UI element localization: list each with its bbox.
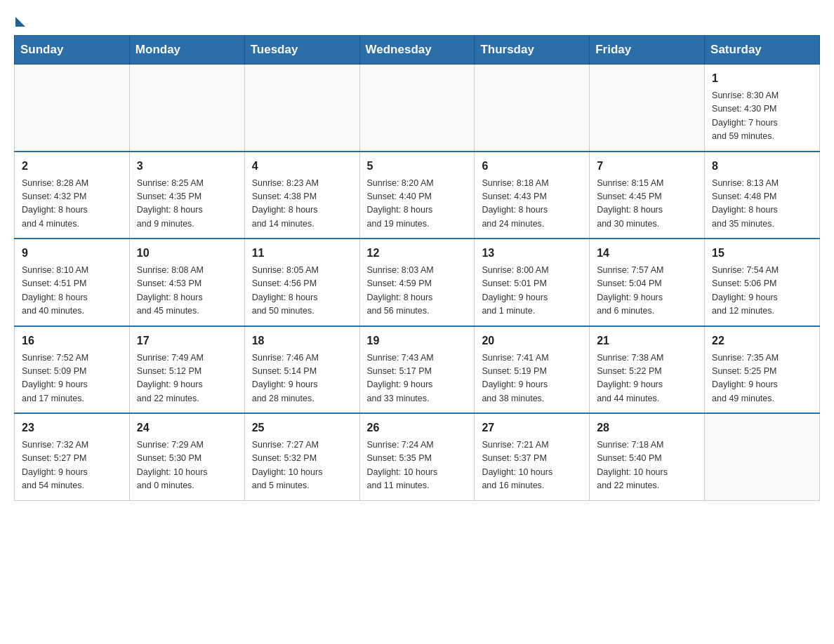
calendar-day-header: Saturday (705, 36, 820, 65)
calendar-cell: 13Sunrise: 8:00 AMSunset: 5:01 PMDayligh… (475, 239, 590, 326)
calendar-cell (590, 65, 705, 152)
day-number: 7 (597, 158, 697, 175)
calendar-cell (359, 65, 475, 152)
calendar-cell: 1Sunrise: 8:30 AMSunset: 4:30 PMDaylight… (705, 65, 820, 152)
calendar-cell (244, 65, 359, 152)
day-info: Sunrise: 8:03 AMSunset: 4:59 PMDaylight:… (367, 264, 468, 318)
day-info: Sunrise: 8:05 AMSunset: 4:56 PMDaylight:… (252, 264, 352, 318)
calendar-cell (129, 65, 244, 152)
day-number: 5 (367, 158, 468, 175)
calendar-cell: 9Sunrise: 8:10 AMSunset: 4:51 PMDaylight… (15, 239, 130, 326)
day-info: Sunrise: 7:29 AMSunset: 5:30 PMDaylight:… (137, 438, 237, 493)
calendar-cell: 12Sunrise: 8:03 AMSunset: 4:59 PMDayligh… (359, 239, 475, 326)
calendar-cell: 16Sunrise: 7:52 AMSunset: 5:09 PMDayligh… (15, 326, 130, 414)
calendar-cell: 8Sunrise: 8:13 AMSunset: 4:48 PMDaylight… (705, 152, 820, 239)
day-info: Sunrise: 8:20 AMSunset: 4:40 PMDaylight:… (367, 177, 468, 232)
day-info: Sunrise: 7:41 AMSunset: 5:19 PMDaylight:… (482, 351, 582, 406)
day-number: 17 (137, 333, 237, 349)
calendar-day-header: Sunday (15, 36, 130, 65)
day-number: 25 (252, 420, 352, 436)
calendar-cell: 28Sunrise: 7:18 AMSunset: 5:40 PMDayligh… (590, 413, 705, 500)
calendar-header-row: SundayMondayTuesdayWednesdayThursdayFrid… (15, 36, 820, 65)
day-number: 12 (367, 245, 468, 262)
calendar-cell: 27Sunrise: 7:21 AMSunset: 5:37 PMDayligh… (475, 413, 590, 500)
calendar-cell: 21Sunrise: 7:38 AMSunset: 5:22 PMDayligh… (590, 326, 705, 414)
day-info: Sunrise: 8:10 AMSunset: 4:51 PMDaylight:… (22, 264, 122, 318)
calendar-cell: 11Sunrise: 8:05 AMSunset: 4:56 PMDayligh… (244, 239, 359, 326)
calendar-week-row: 16Sunrise: 7:52 AMSunset: 5:09 PMDayligh… (15, 326, 820, 414)
day-number: 19 (367, 333, 468, 349)
calendar-cell: 23Sunrise: 7:32 AMSunset: 5:27 PMDayligh… (15, 413, 130, 500)
day-number: 8 (712, 158, 812, 175)
calendar-cell: 19Sunrise: 7:43 AMSunset: 5:17 PMDayligh… (359, 326, 475, 414)
calendar-day-header: Tuesday (244, 36, 359, 65)
page-header (14, 14, 820, 24)
day-info: Sunrise: 7:24 AMSunset: 5:35 PMDaylight:… (367, 438, 468, 493)
calendar-cell (705, 413, 820, 500)
day-info: Sunrise: 7:18 AMSunset: 5:40 PMDaylight:… (597, 438, 697, 493)
calendar-cell: 22Sunrise: 7:35 AMSunset: 5:25 PMDayligh… (705, 326, 820, 414)
day-info: Sunrise: 7:57 AMSunset: 5:04 PMDaylight:… (597, 264, 697, 318)
day-number: 9 (22, 245, 122, 262)
calendar-cell (15, 65, 130, 152)
calendar-cell: 6Sunrise: 8:18 AMSunset: 4:43 PMDaylight… (475, 152, 590, 239)
day-number: 13 (482, 245, 582, 262)
day-info: Sunrise: 7:38 AMSunset: 5:22 PMDaylight:… (597, 351, 697, 406)
calendar-cell: 5Sunrise: 8:20 AMSunset: 4:40 PMDaylight… (359, 152, 475, 239)
day-number: 21 (597, 333, 697, 349)
day-number: 15 (712, 245, 812, 262)
day-info: Sunrise: 8:25 AMSunset: 4:35 PMDaylight:… (137, 177, 237, 232)
calendar-cell: 20Sunrise: 7:41 AMSunset: 5:19 PMDayligh… (475, 326, 590, 414)
day-number: 4 (252, 158, 352, 175)
day-info: Sunrise: 8:23 AMSunset: 4:38 PMDaylight:… (252, 177, 352, 232)
day-info: Sunrise: 7:35 AMSunset: 5:25 PMDaylight:… (712, 351, 812, 406)
day-number: 6 (482, 158, 582, 175)
calendar-day-header: Wednesday (359, 36, 475, 65)
day-info: Sunrise: 8:30 AMSunset: 4:30 PMDaylight:… (712, 89, 812, 144)
day-info: Sunrise: 7:43 AMSunset: 5:17 PMDaylight:… (367, 351, 468, 406)
day-number: 16 (22, 333, 122, 349)
day-info: Sunrise: 8:08 AMSunset: 4:53 PMDaylight:… (137, 264, 237, 318)
calendar-cell: 15Sunrise: 7:54 AMSunset: 5:06 PMDayligh… (705, 239, 820, 326)
day-number: 2 (22, 158, 122, 175)
day-info: Sunrise: 8:13 AMSunset: 4:48 PMDaylight:… (712, 177, 812, 232)
day-number: 23 (22, 420, 122, 436)
day-number: 20 (482, 333, 582, 349)
day-info: Sunrise: 7:46 AMSunset: 5:14 PMDaylight:… (252, 351, 352, 406)
calendar-cell: 17Sunrise: 7:49 AMSunset: 5:12 PMDayligh… (129, 326, 244, 414)
calendar-cell: 26Sunrise: 7:24 AMSunset: 5:35 PMDayligh… (359, 413, 475, 500)
calendar-week-row: 23Sunrise: 7:32 AMSunset: 5:27 PMDayligh… (15, 413, 820, 500)
day-number: 22 (712, 333, 812, 349)
day-number: 3 (137, 158, 237, 175)
calendar-table: SundayMondayTuesdayWednesdayThursdayFrid… (14, 35, 820, 501)
day-number: 18 (252, 333, 352, 349)
day-info: Sunrise: 7:32 AMSunset: 5:27 PMDaylight:… (22, 438, 122, 493)
day-number: 26 (367, 420, 468, 436)
calendar-day-header: Friday (590, 36, 705, 65)
calendar-cell: 2Sunrise: 8:28 AMSunset: 4:32 PMDaylight… (15, 152, 130, 239)
calendar-cell: 4Sunrise: 8:23 AMSunset: 4:38 PMDaylight… (244, 152, 359, 239)
calendar-day-header: Monday (129, 36, 244, 65)
day-number: 24 (137, 420, 237, 436)
day-info: Sunrise: 7:21 AMSunset: 5:37 PMDaylight:… (482, 438, 582, 493)
day-info: Sunrise: 7:54 AMSunset: 5:06 PMDaylight:… (712, 264, 812, 318)
day-info: Sunrise: 7:49 AMSunset: 5:12 PMDaylight:… (137, 351, 237, 406)
day-number: 11 (252, 245, 352, 262)
day-info: Sunrise: 8:28 AMSunset: 4:32 PMDaylight:… (22, 177, 122, 232)
calendar-cell (475, 65, 590, 152)
day-number: 28 (597, 420, 697, 436)
day-number: 1 (712, 70, 812, 87)
calendar-cell: 14Sunrise: 7:57 AMSunset: 5:04 PMDayligh… (590, 239, 705, 326)
day-number: 10 (137, 245, 237, 262)
calendar-cell: 7Sunrise: 8:15 AMSunset: 4:45 PMDaylight… (590, 152, 705, 239)
day-number: 14 (597, 245, 697, 262)
calendar-week-row: 9Sunrise: 8:10 AMSunset: 4:51 PMDaylight… (15, 239, 820, 326)
calendar-cell: 25Sunrise: 7:27 AMSunset: 5:32 PMDayligh… (244, 413, 359, 500)
calendar-week-row: 1Sunrise: 8:30 AMSunset: 4:30 PMDaylight… (15, 65, 820, 152)
day-number: 27 (482, 420, 582, 436)
calendar-cell: 18Sunrise: 7:46 AMSunset: 5:14 PMDayligh… (244, 326, 359, 414)
logo (14, 14, 25, 24)
day-info: Sunrise: 7:52 AMSunset: 5:09 PMDaylight:… (22, 351, 122, 406)
calendar-cell: 3Sunrise: 8:25 AMSunset: 4:35 PMDaylight… (129, 152, 244, 239)
day-info: Sunrise: 7:27 AMSunset: 5:32 PMDaylight:… (252, 438, 352, 493)
